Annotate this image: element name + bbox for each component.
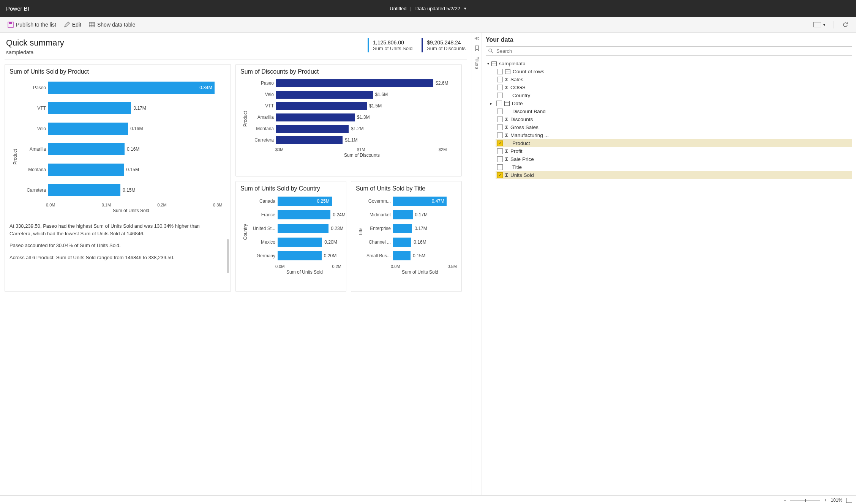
rectangle-icon (813, 22, 821, 27)
field-count-of-rows[interactable]: Count of rows (496, 68, 852, 76)
panel-title: Your data (486, 36, 852, 43)
insights-text: At 338,239.50, Paseo had the highest Sum… (9, 222, 226, 261)
summary-header: Quick summary sampledata 1,125,806.00 Su… (5, 36, 467, 60)
sigma-icon: Σ (505, 156, 508, 162)
field-profit[interactable]: ΣProfit (496, 147, 852, 155)
dataset-node[interactable]: ▾ sampledata (486, 60, 852, 68)
sigma-icon: Σ (505, 85, 508, 90)
bar-germany[interactable]: Germany0.20M (248, 249, 341, 263)
your-data-panel: Your data ▾ sampledata Count of rows ΣSa… (482, 33, 856, 495)
chevron-down-icon: ▾ (487, 61, 489, 66)
table-icon (505, 69, 510, 74)
search-icon (488, 49, 493, 54)
bar-france[interactable]: France0.24M (248, 208, 341, 222)
table-icon (89, 22, 95, 28)
y-axis-label: Product (243, 111, 248, 127)
x-axis-label: Sum of Units Sold (383, 269, 457, 275)
bar-carretera[interactable]: Carretera0.15M (19, 180, 226, 200)
svg-rect-2 (89, 22, 95, 27)
chart-units-by-country[interactable]: Sum of Units Sold by Country Country Can… (235, 181, 346, 292)
zoom-in-button[interactable]: + (824, 498, 827, 503)
field-discounts[interactable]: ΣDiscounts (496, 115, 852, 123)
sigma-icon: Σ (505, 172, 508, 178)
filters-tab[interactable]: Filters (474, 57, 480, 69)
brand-label: Power BI (6, 5, 29, 12)
field-manufacturing[interactable]: ΣManufacturing ... (496, 131, 852, 139)
chart-discounts-by-product[interactable]: Sum of Discounts by Product Product Pase… (235, 64, 462, 176)
report-canvas: Quick summary sampledata 1,125,806.00 Su… (0, 33, 472, 495)
refresh-icon (842, 22, 848, 28)
bookmark-icon[interactable] (474, 46, 480, 52)
edit-button[interactable]: Edit (60, 20, 85, 29)
bar-midmarket[interactable]: Midmarket0.17M (363, 208, 457, 222)
kpi-units-sold: 1,125,806.00 Sum of Units Sold (368, 38, 412, 52)
sigma-icon: Σ (505, 117, 508, 122)
bar-montana[interactable]: Montana$1.2M (249, 123, 457, 134)
page-title: Quick summary (6, 38, 359, 48)
scrollbar-thumb[interactable] (227, 239, 229, 273)
sigma-icon: Σ (505, 124, 508, 130)
chart-units-by-product[interactable]: Sum of Units Sold by Product Product Pas… (5, 64, 231, 292)
y-axis-label: Product (13, 149, 18, 165)
side-rail: ≪ Filters (472, 33, 482, 495)
bar-governm-[interactable]: Governm...0.47M (363, 194, 457, 208)
bar-canada[interactable]: Canada0.25M (248, 194, 341, 208)
field-country[interactable]: Country (496, 91, 852, 99)
bar-vtt[interactable]: VTT0.17M (19, 98, 226, 118)
field-sale-price[interactable]: ΣSale Price (496, 155, 852, 163)
bar-small-bus-[interactable]: Small Bus...0.15M (363, 249, 457, 263)
zoom-level: 101% (831, 498, 842, 503)
table-icon (491, 61, 497, 66)
bar-vtt[interactable]: VTT$1.5M (249, 100, 457, 112)
field-gross-sales[interactable]: ΣGross Sales (496, 123, 852, 131)
bar-velo[interactable]: Velo$1.6M (249, 89, 457, 100)
pencil-icon (64, 22, 70, 28)
field-cogs[interactable]: ΣCOGS (496, 83, 852, 91)
bar-amarilla[interactable]: Amarilla$1.3M (249, 112, 457, 123)
bar-paseo[interactable]: Paseo0.34M (19, 77, 226, 98)
chevron-down-icon[interactable]: ▾ (464, 6, 466, 11)
toolbar: Publish to the list Edit Show data table… (0, 17, 856, 33)
bar-united-st-[interactable]: United St...0.23M (248, 222, 341, 235)
y-axis-label: Country (243, 224, 248, 240)
bar-velo[interactable]: Velo0.16M (19, 118, 226, 139)
bar-amarilla[interactable]: Amarilla0.16M (19, 139, 226, 159)
sigma-icon: Σ (505, 132, 508, 138)
zoom-out-button[interactable]: − (783, 498, 786, 503)
chart-units-by-title[interactable]: Sum of Units Sold by Title Title Governm… (351, 181, 462, 292)
field-sales[interactable]: ΣSales (496, 76, 852, 83)
doc-data-updated[interactable]: Data updated 5/2/22 (415, 6, 460, 11)
field-title[interactable]: Title (496, 163, 852, 171)
field-discount-band[interactable]: Discount Band (496, 107, 852, 115)
bar-montana[interactable]: Montana0.15M (19, 159, 226, 180)
bar-mexico[interactable]: Mexico0.20M (248, 235, 341, 249)
field-product[interactable]: Product (496, 139, 852, 147)
search-input[interactable] (486, 46, 852, 56)
bar-carretera[interactable]: Carretera$1.1M (249, 134, 457, 146)
sigma-icon: Σ (505, 77, 508, 82)
bar-channel-[interactable]: Channel ...0.16M (363, 235, 457, 249)
svg-point-7 (489, 49, 492, 52)
calendar-icon (504, 101, 510, 106)
doc-title[interactable]: Untitled (390, 6, 406, 11)
refresh-button[interactable] (839, 20, 852, 29)
layout-dropdown[interactable]: ▾ (810, 20, 829, 29)
kpi-discounts: $9,205,248.24 Sum of Discounts (422, 38, 466, 52)
field-units-sold[interactable]: ΣUnits Sold (496, 171, 852, 179)
svg-line-8 (491, 52, 493, 53)
field-date[interactable]: ▸Date (490, 99, 852, 107)
zoom-slider[interactable] (790, 500, 820, 501)
chevron-down-icon: ▾ (823, 23, 825, 27)
svg-rect-1 (9, 22, 12, 24)
collapse-icon[interactable]: ≪ (474, 36, 479, 41)
app-topbar: Power BI Untitled | Data updated 5/2/22 … (0, 0, 856, 17)
save-icon (8, 22, 14, 28)
show-data-table-button[interactable]: Show data table (85, 20, 139, 29)
fit-to-page-icon[interactable] (846, 498, 852, 503)
sigma-icon: Σ (505, 148, 508, 154)
bar-enterprise[interactable]: Enterprise0.17M (363, 222, 457, 235)
publish-button[interactable]: Publish to the list (4, 20, 60, 29)
status-bar: − + 101% (0, 495, 856, 504)
bar-paseo[interactable]: Paseo$2.6M (249, 77, 457, 89)
chevron-right-icon: ▸ (490, 101, 494, 106)
